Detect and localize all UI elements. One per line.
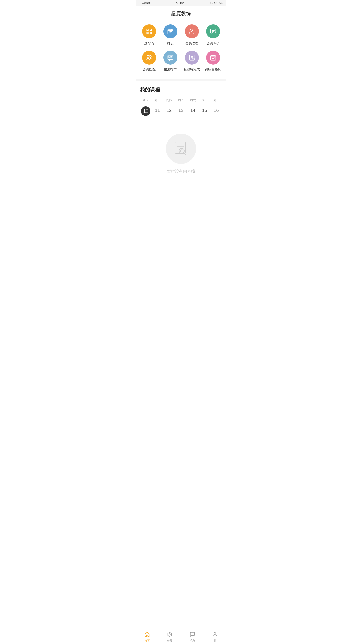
qr-icon [146,28,153,35]
svg-rect-4 [150,29,151,30]
status-right: 56% 10:39 [210,1,223,4]
date-15[interactable]: 15 [199,106,210,116]
svg-rect-15 [170,31,171,32]
pending-icon [188,54,195,61]
day-label-6: 周一 [210,98,222,104]
calendar-icon [167,28,174,35]
svg-rect-41 [210,56,216,60]
svg-point-50 [180,150,183,152]
users-icon [146,54,153,61]
page-title: 超鹿教练 [136,6,226,22]
carrier: 中国移动 [139,1,150,5]
courses-section: 我的课程 今天 周三 周四 周五 周六 周日 周一 10 11 12 13 14… [136,81,226,184]
pt-pending-icon-circle [185,51,199,65]
day-label-3: 周五 [175,98,187,104]
date-12[interactable]: 12 [163,106,175,116]
section-divider [136,79,226,81]
date-14[interactable]: 14 [187,106,199,116]
day-label-0: 今天 [140,98,152,104]
member-review-icon-circle [206,24,220,38]
svg-rect-28 [169,56,170,58]
date-10[interactable]: 10 [141,106,150,116]
camp-checkin-label: 训练营签到 [205,67,221,72]
network-speed: 7.5 K/s [176,1,184,4]
icon-item-pt-pending[interactable]: 私教待完成 [181,48,202,74]
checkin-icon [210,54,217,61]
icon-item-fishing-guide[interactable]: 授渔指导 [160,48,181,74]
date-16[interactable]: 16 [210,106,222,116]
camp-checkin-icon-circle [206,51,220,65]
icon-grid: 进馆码 排班 [136,22,226,79]
pt-pending-label: 私教待完成 [184,67,200,72]
day-label-5: 周日 [199,98,210,104]
svg-point-32 [169,59,170,61]
member-match-icon-circle [142,51,156,65]
icon-item-camp-checkin[interactable]: 训练营签到 [202,48,224,74]
schedule-icon-circle [163,24,177,38]
battery-level: 56% [210,1,215,4]
member-manage-label: 会员管理 [185,41,198,46]
day-label-4: 周六 [187,98,199,104]
status-bar: 中国移动 7.5 K/s 56% 10:39 [136,0,226,6]
svg-rect-45 [175,142,185,153]
svg-rect-7 [151,32,152,33]
fishing-guide-label: 授渔指导 [164,67,177,72]
svg-rect-18 [170,33,171,33]
empty-state: 暂时没有内容哦 [140,118,222,184]
svg-rect-3 [147,29,148,30]
empty-search-icon [172,140,190,157]
date-11[interactable]: 11 [152,106,163,116]
icon-item-schedule[interactable]: 排班 [160,22,181,48]
member-manage-icon-circle [185,24,199,38]
empty-text: 暂时没有内容哦 [167,169,195,174]
svg-rect-9 [151,33,152,34]
icon-item-member-review[interactable]: 会员评价 [202,22,224,48]
svg-rect-5 [147,33,148,34]
svg-point-26 [149,55,151,57]
svg-rect-6 [150,32,151,33]
icon-item-entry-code[interactable]: 进馆码 [138,22,160,48]
icon-item-member-manage[interactable]: 会员管理 [181,22,202,48]
week-dates: 10 11 12 13 14 15 16 [140,106,222,116]
fishing-guide-icon-circle [163,51,177,65]
entry-code-icon-circle [142,24,156,38]
user-manage-icon [188,28,195,35]
comment-icon [210,28,217,35]
svg-rect-17 [169,33,170,33]
guide-icon [167,54,174,61]
courses-section-title: 我的课程 [140,86,222,93]
svg-point-25 [147,55,149,57]
date-13[interactable]: 13 [175,106,187,116]
day-label-2: 周四 [163,98,175,104]
schedule-label: 排班 [167,41,174,46]
svg-rect-14 [169,31,170,32]
empty-icon-wrap [166,134,196,164]
icon-item-member-match[interactable]: 会员匹配 [138,48,160,74]
svg-rect-16 [171,31,172,32]
day-label-1: 周三 [152,98,163,104]
week-day-labels: 今天 周三 周四 周五 周六 周日 周一 [140,98,222,104]
clock: 10:39 [216,1,223,4]
entry-code-label: 进馆码 [144,41,154,46]
svg-point-19 [190,29,192,31]
member-match-label: 会员匹配 [143,67,156,72]
svg-rect-8 [150,33,151,34]
member-review-label: 会员评价 [207,41,220,46]
